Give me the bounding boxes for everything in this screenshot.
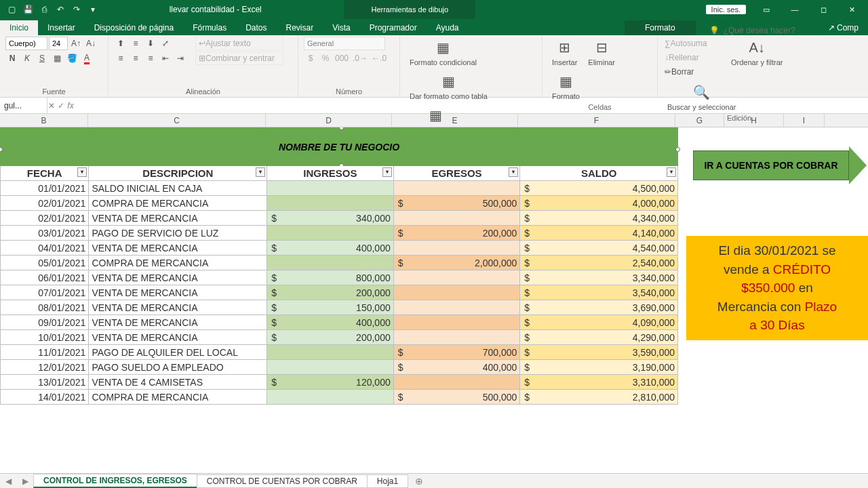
table-row[interactable]: 08/01/2021VENTA DE MERCANCIA$150,000$3,6… xyxy=(1,300,678,315)
format-cells-button[interactable]: ▦Formato xyxy=(548,70,584,102)
italic-icon[interactable]: K xyxy=(20,52,34,65)
table-row[interactable]: 13/01/2021VENTA DE 4 CAMISETAS$120,000$3… xyxy=(1,375,678,390)
align-middle-icon[interactable]: ≡ xyxy=(129,37,142,50)
sign-in-button[interactable]: Inic. ses. xyxy=(706,5,746,14)
orientation-icon[interactable]: ⤢ xyxy=(159,37,172,50)
format-table-button[interactable]: ▦Dar formato como tabla xyxy=(406,70,492,102)
align-right-icon[interactable]: ≡ xyxy=(144,52,157,65)
minimize-icon[interactable]: ― xyxy=(781,2,808,17)
fill-color-icon[interactable]: 🪣 xyxy=(65,52,79,65)
tab-disposicion[interactable]: Disposición de página xyxy=(85,20,183,35)
table-row[interactable]: 10/01/2021VENTA DE MERCANCIA$200,000$4,2… xyxy=(1,330,678,345)
dec-decimal-icon[interactable]: ←.0 xyxy=(370,52,388,65)
indent-dec-icon[interactable]: ⇤ xyxy=(159,52,172,65)
table-row[interactable]: 02/01/2021VENTA DE MERCANCIA$340,000$4,3… xyxy=(1,211,678,226)
sheet-tab-ingresos[interactable]: CONTROL DE INGRESOS, EGRESOS xyxy=(33,474,197,488)
redo-icon[interactable]: ↷ xyxy=(69,2,84,17)
tab-formulas[interactable]: Fórmulas xyxy=(183,20,236,35)
cond-format-button[interactable]: ▦Formato condicional xyxy=(406,37,481,68)
close-icon[interactable]: ✕ xyxy=(838,2,865,17)
header-egresos[interactable]: EGRESOS▾ xyxy=(393,166,520,181)
border-icon[interactable]: ▦ xyxy=(50,52,64,65)
table-row[interactable]: 03/01/2021PAGO DE SERVICIO DE LUZ$200,00… xyxy=(1,226,678,241)
new-icon[interactable]: ▢ xyxy=(4,2,19,17)
filter-icon[interactable]: ▾ xyxy=(382,167,392,177)
tab-revisar[interactable]: Revisar xyxy=(277,20,323,35)
comma-icon[interactable]: 000 xyxy=(334,52,350,65)
print-icon[interactable]: ⎙ xyxy=(37,2,52,17)
ribbon-options-icon[interactable]: ▭ xyxy=(753,2,780,17)
currency-icon[interactable]: $ xyxy=(304,52,317,65)
table-row[interactable]: 05/01/2021COMPRA DE MERCANCIA$2,000,000$… xyxy=(1,256,678,270)
font-size-box[interactable] xyxy=(49,37,68,50)
table-row[interactable]: 12/01/2021PAGO SUELDO A EMPLEADO$400,000… xyxy=(1,360,678,375)
tab-ayuda[interactable]: Ayuda xyxy=(427,20,469,35)
table-row[interactable]: 14/01/2021COMPRA DE MERCANCIA$500,000$2,… xyxy=(1,390,678,405)
table-row[interactable]: 02/01/2021COMPRA DE MERCANCIA$500,000$4,… xyxy=(1,196,678,211)
share-button[interactable]: ↗ Comp xyxy=(818,20,868,35)
sheet-nav-next-icon[interactable]: ▶ xyxy=(17,476,34,486)
header-fecha[interactable]: FECHA▾ xyxy=(1,166,89,181)
col-header-d[interactable]: D xyxy=(266,114,392,127)
wrap-text-button[interactable]: ↩ Ajustar texto xyxy=(195,37,283,50)
insert-cells-button[interactable]: ⊞Insertar xyxy=(548,37,581,68)
number-format-box[interactable] xyxy=(304,37,385,50)
tab-formato[interactable]: Formato xyxy=(625,20,696,35)
filter-icon[interactable]: ▾ xyxy=(256,167,265,177)
align-left-icon[interactable]: ≡ xyxy=(114,52,127,65)
business-title-shape[interactable]: NOMBRE DE TU NEGOCIO xyxy=(1,128,678,166)
font-color-icon[interactable]: A xyxy=(80,52,94,65)
sort-filter-button[interactable]: A↓Ordenar y filtrar xyxy=(727,37,787,68)
tell-me-input[interactable] xyxy=(724,26,818,35)
cancel-icon[interactable]: ✕ xyxy=(48,101,55,110)
tell-me-box[interactable]: 💡 xyxy=(709,26,818,35)
font-name-box[interactable] xyxy=(5,37,47,50)
autosum-button[interactable]: ∑ Autosuma xyxy=(663,37,724,50)
maximize-icon[interactable]: ◻ xyxy=(810,2,837,17)
tab-insertar[interactable]: Insertar xyxy=(38,20,85,35)
fx-icon[interactable]: fx xyxy=(67,101,73,110)
add-sheet-icon[interactable]: ⊕ xyxy=(408,476,430,487)
table-row[interactable]: 09/01/2021VENTA DE MERCANCIA$400,000$4,0… xyxy=(1,315,678,330)
tab-vista[interactable]: Vista xyxy=(323,20,359,35)
col-header-f[interactable]: F xyxy=(518,114,675,127)
filter-icon[interactable]: ▾ xyxy=(77,167,87,177)
bold-icon[interactable]: N xyxy=(5,52,19,65)
find-select-button[interactable]: 🔍Buscar y seleccionar xyxy=(663,81,741,113)
sheet-tab-hoja1[interactable]: Hoja1 xyxy=(367,474,408,488)
align-bottom-icon[interactable]: ⬇ xyxy=(144,37,157,50)
align-top-icon[interactable]: ⬆ xyxy=(114,37,127,50)
merge-center-button[interactable]: ⊞ Combinar y centrar xyxy=(195,52,283,65)
worksheet-area[interactable]: NOMBRE DE TU NEGOCIO FECHA▾ DESCRIPCION▾… xyxy=(0,127,868,473)
table-row[interactable]: 04/01/2021VENTA DE MERCANCIA$400,000$4,5… xyxy=(1,241,678,256)
table-row[interactable]: 07/01/2021VENTA DE MERCANCIA$200,000$3,5… xyxy=(1,285,678,300)
indent-inc-icon[interactable]: ⇥ xyxy=(174,52,187,65)
go-to-receivables-arrow[interactable]: IR A CUENTAS POR COBRAR xyxy=(693,150,867,180)
tab-programador[interactable]: Programador xyxy=(360,20,427,35)
col-header-e[interactable]: E xyxy=(392,114,518,127)
grow-font-icon[interactable]: A↑ xyxy=(69,37,83,50)
table-row[interactable]: 06/01/2021VENTA DE MERCANCIA$800,000$3,3… xyxy=(1,270,678,285)
enter-icon[interactable]: ✓ xyxy=(58,101,64,110)
header-descripcion[interactable]: DESCRIPCION▾ xyxy=(89,166,267,181)
align-center-icon[interactable]: ≡ xyxy=(129,52,142,65)
col-header-b[interactable]: B xyxy=(0,114,88,127)
clear-button[interactable]: ✏ Borrar xyxy=(663,65,724,79)
undo-icon[interactable]: ↶ xyxy=(53,2,68,17)
col-header-g[interactable]: G xyxy=(675,114,724,127)
percent-icon[interactable]: % xyxy=(319,52,332,65)
inc-decimal-icon[interactable]: .0→ xyxy=(351,52,369,65)
fx-buttons[interactable]: ✕ ✓ fx xyxy=(47,101,75,110)
shrink-font-icon[interactable]: A↓ xyxy=(84,37,98,50)
customize-qat-icon[interactable]: ▾ xyxy=(85,2,100,17)
col-header-c[interactable]: C xyxy=(88,114,266,127)
fill-button[interactable]: ↓ Rellenar xyxy=(663,51,724,64)
table-row[interactable]: 11/01/2021PAGO DE ALQUILER DEL LOCAL$700… xyxy=(1,345,678,360)
sheet-tab-cuentas[interactable]: CONTROL DE CUENTAS POR COBRAR xyxy=(197,474,368,488)
header-saldo[interactable]: SALDO▾ xyxy=(520,166,678,181)
save-icon[interactable]: 💾 xyxy=(20,2,35,17)
tab-inicio[interactable]: Inicio xyxy=(0,20,38,35)
header-ingresos[interactable]: INGRESOS▾ xyxy=(267,166,394,181)
filter-icon[interactable]: ▾ xyxy=(509,167,518,177)
name-box[interactable]: gul... xyxy=(0,98,47,113)
